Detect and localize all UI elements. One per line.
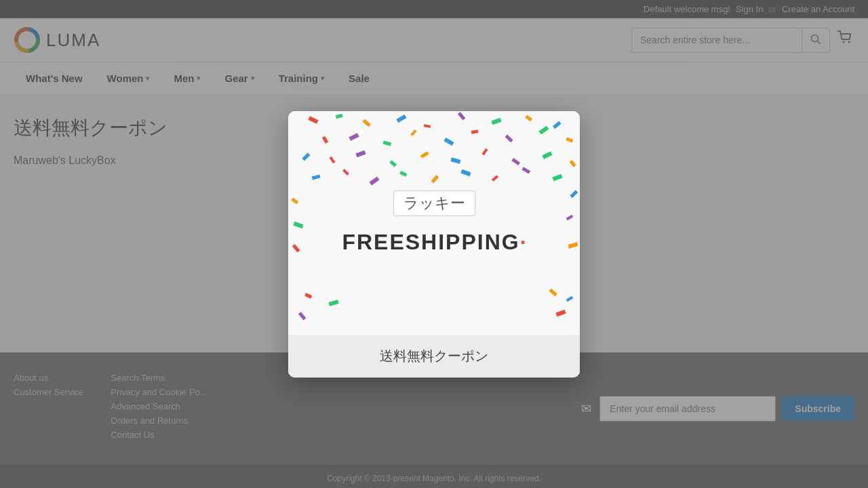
svg-rect-12 <box>491 117 501 124</box>
svg-rect-9 <box>396 114 406 122</box>
svg-rect-27 <box>389 160 397 167</box>
svg-rect-13 <box>525 115 532 121</box>
svg-rect-44 <box>328 300 338 306</box>
svg-rect-15 <box>322 136 328 143</box>
svg-rect-31 <box>511 157 520 165</box>
svg-rect-39 <box>460 169 471 176</box>
svg-rect-16 <box>349 133 359 140</box>
svg-rect-8 <box>362 119 370 127</box>
svg-rect-46 <box>566 296 574 301</box>
svg-rect-6 <box>308 116 318 123</box>
svg-rect-54 <box>568 242 578 248</box>
modal-bottom-text: 送料無料クーポン <box>380 348 488 363</box>
svg-rect-21 <box>505 134 513 142</box>
svg-rect-52 <box>566 214 574 220</box>
svg-rect-34 <box>312 174 321 180</box>
svg-rect-35 <box>342 169 349 176</box>
svg-rect-47 <box>298 312 307 320</box>
svg-rect-30 <box>481 148 488 155</box>
svg-rect-33 <box>569 159 576 167</box>
svg-rect-7 <box>336 113 343 118</box>
modal-box: ラッキー FREESHIPPING· 送料無料クーポン <box>288 111 580 378</box>
svg-rect-38 <box>431 175 439 183</box>
svg-rect-50 <box>570 190 578 198</box>
modal-lucky-label: ラッキー <box>393 190 475 216</box>
modal-confetti-area: ラッキー FREESHIPPING· <box>288 111 580 335</box>
svg-rect-43 <box>304 293 312 299</box>
confetti-svg <box>288 111 580 335</box>
svg-rect-45 <box>549 288 557 296</box>
svg-rect-41 <box>521 167 530 174</box>
svg-rect-17 <box>382 140 391 146</box>
svg-rect-10 <box>424 124 431 128</box>
modal-overlay[interactable]: ラッキー FREESHIPPING· 送料無料クーポン <box>0 0 868 488</box>
svg-rect-40 <box>492 175 498 181</box>
svg-rect-24 <box>302 152 310 161</box>
svg-rect-29 <box>450 157 460 163</box>
svg-rect-22 <box>539 125 549 134</box>
svg-rect-25 <box>329 156 335 163</box>
svg-rect-14 <box>553 121 561 129</box>
svg-rect-36 <box>370 176 380 185</box>
svg-rect-42 <box>552 174 562 180</box>
svg-rect-23 <box>566 137 573 142</box>
modal-bottom: 送料無料クーポン <box>288 335 580 378</box>
svg-rect-37 <box>399 171 407 177</box>
svg-rect-20 <box>471 129 479 134</box>
svg-rect-53 <box>292 244 300 252</box>
svg-rect-11 <box>458 112 466 120</box>
svg-rect-49 <box>291 197 298 204</box>
svg-rect-48 <box>555 309 566 316</box>
svg-rect-19 <box>443 137 454 145</box>
svg-rect-51 <box>293 221 303 228</box>
svg-rect-32 <box>542 151 552 159</box>
svg-rect-18 <box>410 129 416 136</box>
svg-rect-26 <box>355 150 366 157</box>
svg-rect-28 <box>420 151 429 158</box>
